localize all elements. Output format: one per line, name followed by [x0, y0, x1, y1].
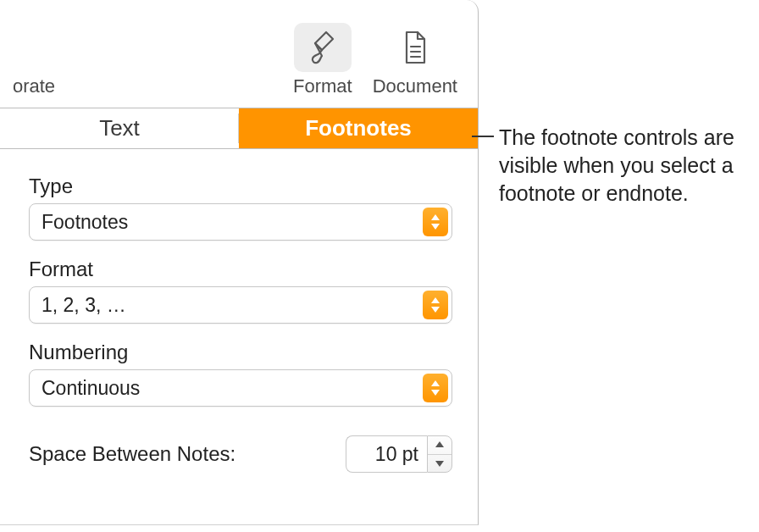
svg-marker-10 — [435, 461, 444, 467]
footnote-controls: Type Footnotes Format 1, 2, 3, … Numberi… — [0, 149, 478, 473]
space-label: Space Between Notes: — [29, 442, 235, 466]
svg-marker-9 — [435, 441, 444, 447]
type-label: Type — [29, 175, 452, 198]
type-popup[interactable]: Footnotes — [29, 203, 452, 241]
callout-text: The footnote controls are visible when y… — [487, 124, 751, 208]
callout: The footnote controls are visible when y… — [487, 124, 751, 208]
format-label: Format — [29, 258, 452, 281]
chevron-up-icon — [435, 441, 445, 448]
format-toolbar-label: Format — [293, 75, 352, 97]
space-row: Space Between Notes: 10 pt — [29, 435, 452, 473]
space-value: 10 pt — [375, 443, 418, 466]
svg-marker-4 — [431, 224, 440, 230]
space-input[interactable]: 10 pt — [346, 435, 427, 473]
numbering-popup[interactable]: Continuous — [29, 369, 452, 407]
document-icon — [386, 23, 444, 72]
format-field: Format 1, 2, 3, … — [29, 258, 452, 324]
numbering-field: Numbering Continuous — [29, 341, 452, 407]
format-value: 1, 2, 3, … — [42, 294, 452, 317]
document-toolbar-label: Document — [373, 75, 457, 97]
popup-arrows-icon — [423, 208, 448, 236]
svg-marker-7 — [431, 380, 440, 386]
document-toolbar-button[interactable]: Document — [373, 23, 457, 97]
format-popup[interactable]: 1, 2, 3, … — [29, 286, 452, 324]
popup-arrows-icon — [423, 374, 448, 402]
toolbar-truncated-item[interactable]: orate — [0, 75, 68, 97]
inspector-panel: orate Format — [0, 0, 479, 525]
toolbar-truncated-label: orate — [13, 75, 55, 97]
stepper-up-button[interactable] — [428, 436, 452, 455]
svg-marker-5 — [431, 297, 440, 303]
svg-marker-8 — [431, 390, 440, 396]
type-field: Type Footnotes — [29, 175, 452, 241]
stepper-down-button[interactable] — [428, 455, 452, 473]
numbering-value: Continuous — [42, 377, 452, 400]
tab-footnotes[interactable]: Footnotes — [239, 108, 478, 148]
tab-text-label: Text — [99, 115, 140, 141]
type-value: Footnotes — [42, 211, 452, 234]
popup-arrows-icon — [423, 291, 448, 319]
tab-text[interactable]: Text — [0, 108, 239, 148]
tab-footnotes-label: Footnotes — [305, 115, 412, 141]
numbering-label: Numbering — [29, 341, 452, 364]
format-toolbar-button[interactable]: Format — [293, 23, 352, 97]
toolbar: orate Format — [0, 0, 478, 108]
svg-marker-6 — [431, 307, 440, 313]
paintbrush-icon — [294, 23, 352, 72]
chevron-down-icon — [435, 460, 445, 467]
svg-marker-3 — [431, 214, 440, 220]
space-stepper: 10 pt — [346, 435, 452, 473]
stepper-buttons — [427, 435, 452, 473]
inspector-tabs: Text Footnotes — [0, 108, 478, 149]
